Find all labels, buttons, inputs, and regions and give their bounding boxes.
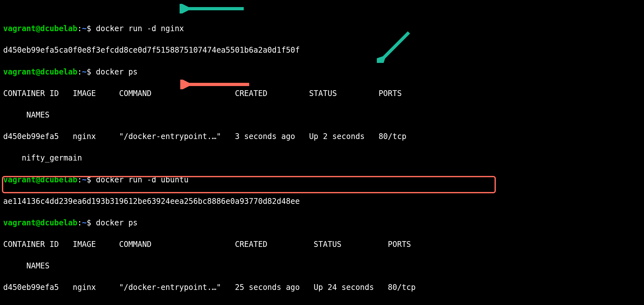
prompt-user: vagrant	[3, 175, 36, 184]
prompt-path: ~	[82, 218, 87, 227]
prompt-at: @	[36, 67, 40, 76]
prompt-colon: :	[77, 67, 82, 76]
prompt-user: vagrant	[3, 218, 36, 227]
command-3: docker run -d ubuntu	[96, 175, 189, 184]
prompt-host: dcubelab	[40, 218, 78, 227]
prompt-colon: :	[77, 175, 82, 184]
prompt-dollar: $	[87, 218, 91, 227]
terminal-window[interactable]: vagrant@dcubelab:~$ docker run -d nginx …	[0, 0, 644, 305]
ps-header-1a: CONTAINER ID IMAGE COMMAND CREATED STATU…	[3, 88, 641, 99]
ps-header-2b: NAMES	[3, 261, 641, 272]
ps-header-2a: CONTAINER ID IMAGE COMMAND CREATED STATU…	[3, 239, 641, 250]
command-1: docker run -d nginx	[96, 24, 184, 33]
command-2: docker ps	[96, 67, 138, 76]
arrow-teal-left-icon	[180, 4, 247, 13]
ps-row-1a: d450eb99efa5 nginx "/docker-entrypoint.……	[3, 131, 641, 142]
prompt-host: dcubelab	[40, 67, 78, 76]
prompt-user: vagrant	[3, 67, 36, 76]
prompt-line-2: vagrant@dcubelab:~$ docker ps	[3, 67, 641, 78]
prompt-path: ~	[82, 67, 87, 76]
prompt-dollar: $	[87, 175, 91, 184]
prompt-at: @	[36, 24, 40, 33]
prompt-line-4: vagrant@dcubelab:~$ docker ps	[3, 218, 641, 229]
output-3: ae114136c4dd239ea6d193b319612be63924eea2…	[3, 196, 641, 207]
prompt-host: dcubelab	[40, 175, 78, 184]
prompt-colon: :	[77, 218, 82, 227]
prompt-colon: :	[77, 24, 82, 33]
ps-row-1b: nifty_germain	[3, 153, 641, 164]
prompt-dollar: $	[87, 67, 91, 76]
prompt-host: dcubelab	[40, 24, 78, 33]
prompt-at: @	[36, 218, 40, 227]
ps-header-1b: NAMES	[3, 110, 641, 121]
arrow-red-left-icon	[180, 80, 252, 89]
prompt-at: @	[36, 175, 40, 184]
prompt-line-3: vagrant@dcubelab:~$ docker run -d ubuntu	[3, 175, 641, 186]
ps-row-2a: d450eb99efa5 nginx "/docker-entrypoint.……	[3, 282, 641, 293]
command-4: docker ps	[96, 218, 138, 227]
prompt-user: vagrant	[3, 24, 36, 33]
prompt-path: ~	[82, 175, 87, 184]
prompt-line-1: vagrant@dcubelab:~$ docker run -d nginx	[3, 23, 641, 34]
prompt-dollar: $	[87, 24, 91, 33]
output-1: d450eb99efa5ca0f0e8f3efcdd8ce0d7f5158875…	[3, 45, 641, 56]
ps-row-2b: nifty_germain	[3, 304, 641, 305]
prompt-path: ~	[82, 24, 87, 33]
